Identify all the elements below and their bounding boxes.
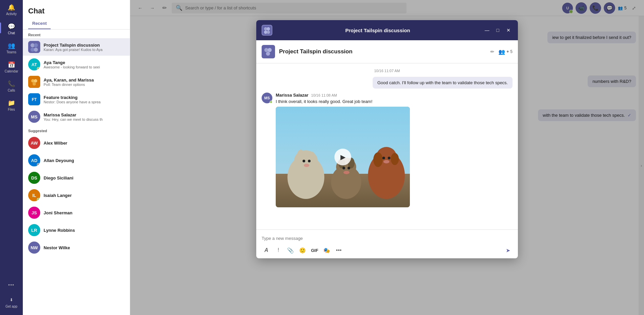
- list-item[interactable]: AT Aya Tange Awesome - looking forward t…: [23, 56, 130, 73]
- tab-recent[interactable]: Recent: [28, 18, 51, 29]
- chat-item-preview: Karan: Aya got praise! Kudos to Aya: [44, 48, 124, 52]
- chat-item-info: Joni Sherman: [44, 210, 124, 215]
- avatar: [28, 41, 40, 53]
- play-button[interactable]: ▶: [334, 149, 351, 165]
- attach-icon[interactable]: 📎: [286, 246, 295, 255]
- minimize-button[interactable]: —: [483, 26, 491, 34]
- message-input[interactable]: [262, 233, 513, 244]
- video-thumbnail[interactable]: ▶: [276, 107, 410, 207]
- close-button[interactable]: ✕: [504, 26, 513, 34]
- svg-point-40: [382, 157, 385, 159]
- chat-item-info: Diego Siciliani: [44, 175, 124, 180]
- svg-point-41: [388, 157, 390, 159]
- svg-point-28: [304, 164, 309, 167]
- message-input-area: A ! 📎 🙂 GIF 🎭 ••• ➤: [256, 229, 518, 258]
- list-item[interactable]: LR Lynne Robbins: [23, 221, 130, 239]
- svg-point-42: [383, 160, 389, 163]
- participants-number: 5: [510, 49, 513, 54]
- chat-item-name: Aya Tange: [44, 60, 124, 65]
- chat-panel-title: Chat: [28, 7, 45, 15]
- calls-icon: 📞: [7, 80, 15, 88]
- send-button[interactable]: ➤: [503, 246, 513, 255]
- avatar: DS: [28, 172, 40, 184]
- chat-item-name: Alex Wilber: [44, 141, 124, 146]
- sidebar-item-files[interactable]: 📁 Files: [0, 96, 23, 115]
- chat-item-name: Project Tailspin discussion: [44, 43, 124, 48]
- recent-section-label: Recent: [23, 30, 130, 38]
- chat-panel: Chat Recent Recent Project Tailspin disc…: [23, 0, 130, 315]
- sidebar-item-label: Teams: [6, 50, 16, 54]
- sidebar-item-teams[interactable]: 👥 Teams: [0, 38, 23, 57]
- input-toolbar: A ! 📎 🙂 GIF 🎭 ••• ➤: [262, 244, 513, 255]
- list-item[interactable]: JS Joni Sherman: [23, 204, 130, 221]
- svg-point-38: [373, 152, 383, 167]
- get-app-icon: ⬇: [7, 296, 15, 304]
- list-item[interactable]: MS Marissa Salazar You: Hey, can we meet…: [23, 108, 130, 125]
- svg-point-33: [342, 167, 345, 169]
- chat-item-info: Aya Tange Awesome - looking forward to s…: [44, 60, 124, 69]
- chat-item-info: Project Tailspin discussion Karan: Aya g…: [44, 43, 124, 52]
- list-item[interactable]: AW Alex Wilber: [23, 134, 130, 152]
- sidebar-item-calendar[interactable]: 📅 Calendar: [0, 57, 23, 76]
- chat-item-name: Joni Sherman: [44, 210, 124, 215]
- svg-point-26: [303, 160, 305, 162]
- modal-messages: 10/16 11:07 AM Good catch. I'll follow u…: [256, 63, 518, 229]
- chat-item-info: Allan Deyoung: [44, 158, 124, 163]
- list-item[interactable]: NW Nestor Wilke: [23, 239, 130, 256]
- chat-tabs: Recent: [23, 15, 130, 30]
- modal-controls: — □ ✕: [483, 26, 513, 34]
- participants-count: +: [506, 49, 509, 54]
- message-bubble-right: Good catch. I'll follow up with the team…: [262, 77, 513, 89]
- message-timestamp: 10/16 11:07 AM: [262, 69, 513, 73]
- avatar: AD: [28, 154, 40, 166]
- svg-point-7: [34, 79, 37, 83]
- files-icon: 📁: [7, 99, 15, 107]
- sidebar-item-get-app[interactable]: ⬇ Get app: [0, 293, 23, 312]
- modal-overlay: Project Tailspin discussion — □ ✕: [130, 0, 644, 315]
- emoji-icon[interactable]: 🙂: [298, 246, 307, 255]
- list-item[interactable]: Aya, Karan, and Marissa Poll: Team dinne…: [23, 73, 130, 91]
- online-status: [37, 163, 40, 166]
- modal-participants[interactable]: 👥 + 5: [498, 49, 513, 55]
- svg-point-13: [267, 27, 270, 31]
- list-item[interactable]: DS Diego Siciliani: [23, 169, 130, 187]
- list-item[interactable]: IL Isaiah Langer: [23, 187, 130, 204]
- modal-body: Project Tailspin discussion ✏ 👥 + 5 10/1…: [256, 40, 518, 258]
- sidebar-item-label: Chat: [8, 31, 15, 35]
- maximize-button[interactable]: □: [494, 26, 502, 34]
- svg-point-27: [308, 160, 311, 162]
- list-item[interactable]: FT Feature tracking Nestor: Does anyone …: [23, 91, 130, 108]
- sidebar-item-chat[interactable]: 💬 Chat: [0, 19, 23, 38]
- chat-item-name: Lynne Robbins: [44, 228, 124, 233]
- more-options-icon[interactable]: •••: [334, 246, 343, 255]
- sidebar-item-label: Activity: [6, 12, 17, 16]
- sidebar-item-more[interactable]: •••: [0, 278, 23, 293]
- modal-dialog: Project Tailspin discussion — □ ✕: [256, 20, 518, 258]
- sticker-icon[interactable]: 🎭: [322, 246, 331, 255]
- chat-group-avatar: [262, 45, 275, 58]
- list-item[interactable]: AD Allan Deyoung: [23, 152, 130, 169]
- svg-point-18: [268, 48, 272, 52]
- svg-rect-11: [262, 25, 272, 35]
- format-text-icon[interactable]: A: [262, 246, 271, 255]
- chat-item-name: Feature tracking: [44, 95, 124, 100]
- message-row: MS Marissa Salazar 10/16 11:08 AM I thin…: [262, 93, 513, 207]
- modal-title: Project Tailspin discussion: [276, 28, 479, 33]
- giphy-icon[interactable]: GIF: [310, 246, 319, 255]
- svg-point-15: [267, 31, 270, 34]
- sidebar-item-calls[interactable]: 📞 Calls: [0, 76, 23, 96]
- modal-chat-header: Project Tailspin discussion ✏ 👥 + 5: [256, 40, 518, 63]
- svg-point-39: [391, 153, 399, 165]
- svg-point-8: [33, 82, 36, 86]
- chat-item-preview: Poll: Team dinner options: [44, 83, 124, 87]
- modal-chat-title: Project Tailspin discussion: [279, 48, 486, 55]
- message-text: Good catch. I'll follow up with the team…: [373, 77, 513, 89]
- chat-item-name: Diego Siciliani: [44, 175, 124, 180]
- edit-title-icon[interactable]: ✏: [490, 49, 494, 54]
- important-icon[interactable]: !: [274, 246, 283, 255]
- svg-point-4: [34, 48, 38, 52]
- chat-item-info: Lynne Robbins: [44, 228, 124, 233]
- modal-avatar: [262, 25, 272, 36]
- list-item[interactable]: Project Tailspin discussion Karan: Aya g…: [23, 38, 130, 56]
- sidebar-item-activity[interactable]: 🔔 Activity: [0, 0, 23, 19]
